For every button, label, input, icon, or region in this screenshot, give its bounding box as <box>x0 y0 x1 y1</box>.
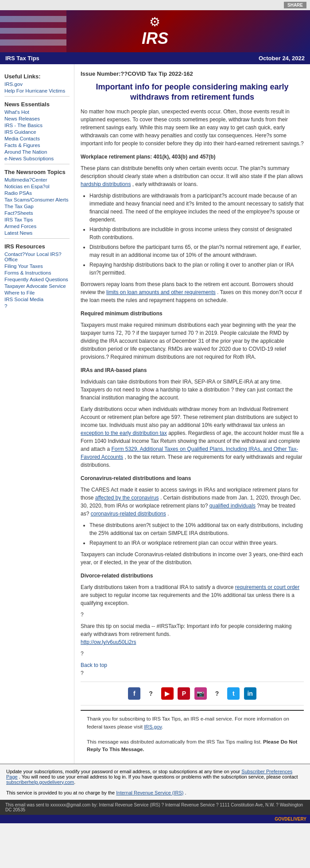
early-distribution-exception-link[interactable]: exception to the early distribution tax <box>81 430 167 436</box>
newsletter-title: IRS Tax Tips <box>5 55 39 62</box>
news-essentials-title: News Essentials <box>4 101 70 108</box>
irs-service-link[interactable]: Internal Revenue Service (IRS) <box>116 790 183 795</box>
section1-bullets: Hardship distributions are withdrawals f… <box>89 192 304 277</box>
section1-heading: Workplace retirement plans: 401(k), 403(… <box>81 153 304 161</box>
bullet-item: Hardship distributions are withdrawals f… <box>89 192 304 224</box>
sidebar-link-scams[interactable]: Tax Scams/Consumer Alerts <box>4 197 70 202</box>
bullet-item: Distributions before the participant tur… <box>89 243 304 259</box>
small-footer-text: This email was sent to xxxxxxx@gmail.com… <box>5 802 303 812</box>
sidebar-link-media-contacts[interactable]: Media Contacts <box>4 136 70 141</box>
footer-content: Thank you for subscribing to IRS Tax Tip… <box>81 710 304 758</box>
pinterest-icon[interactable]: P <box>178 687 190 700</box>
bullet-item: Hardship distributions are includible in… <box>89 225 304 241</box>
sidebar-link-filing-taxes[interactable]: Filing Your Taxes <box>4 264 70 269</box>
sidebar-link-latest-news[interactable]: Latest News <box>4 230 70 236</box>
sidebar-link-enews[interactable]: e-News Subscriptions <box>4 156 70 161</box>
hardship-distributions-link[interactable]: hardship distributions <box>81 181 131 187</box>
intro-paragraph: No matter how much people plan, unexpect… <box>81 108 304 147</box>
share-bar: SHARE <box>0 0 310 10</box>
affected-coronavirus-link[interactable]: affected by the coronavirus <box>95 495 159 501</box>
sidebar-link-social-media[interactable]: IRS Social Media <box>4 297 70 302</box>
section2-body: Taxpayers must make required minimum dis… <box>81 321 304 361</box>
sidebar-link-whatshot[interactable]: What's Hot <box>4 109 70 115</box>
irsgov-footer-link[interactable]: IRS.gov <box>144 724 162 729</box>
footer-line1: Thank you for subscribing to IRS Tax Tip… <box>87 715 298 731</box>
sidebar-link-irsgov[interactable]: IRS.gov <box>4 81 70 87</box>
sidebar-link-radio[interactable]: Radio PSAs <box>4 190 70 196</box>
question-mark1: ? <box>81 611 304 619</box>
sidebar-link-multimedia[interactable]: Multimedia?Center <box>4 177 70 182</box>
youtube-icon[interactable]: ▶ <box>161 687 174 700</box>
instagram-icon[interactable]: 📷 <box>194 687 207 700</box>
sidebar-link-newsreleases[interactable]: News Releases <box>4 116 70 121</box>
section5-heading: Coronavirus-related distributions and lo… <box>81 474 304 482</box>
question-mark3: ? <box>81 669 304 677</box>
facebook-icon[interactable]: f <box>128 687 140 700</box>
useful-links-title: Useful Links: <box>4 73 70 80</box>
sidebar-link-armed-forces[interactable]: Armed Forces <box>4 224 70 229</box>
section2-heading: Required minimum distributions <box>81 310 304 318</box>
title-bar: IRS Tax Tips October 24, 2022 <box>0 52 310 64</box>
question-icon: ? <box>145 687 157 700</box>
sidebar-link-misc[interactable]: ? <box>4 303 70 309</box>
flag-background <box>0 10 66 52</box>
sidebar-link-hurricane[interactable]: Help For Hurricane Victims <box>4 88 70 93</box>
sidebar-link-taxtips[interactable]: IRS Tax Tips <box>4 217 70 222</box>
issue-date: October 24, 2022 <box>259 55 305 62</box>
share-paragraph: Share this tip on social media -- #IRSTa… <box>81 622 304 646</box>
sidebar: Useful Links: IRS.gov Help For Hurricane… <box>0 64 74 763</box>
irs-title: IRS <box>142 29 168 48</box>
bullet-item: These distributions aren?t subject to th… <box>89 521 304 537</box>
resources-title: IRS Resources <box>4 243 70 250</box>
question-icon2: ? <box>211 687 223 700</box>
loan-limits-link[interactable]: limits on loan amounts and other require… <box>106 289 216 295</box>
main-layout: Useful Links: IRS.gov Help For Hurricane… <box>0 64 310 763</box>
divorce-requirements-link[interactable]: requirements or court order <box>235 584 299 590</box>
sidebar-link-taxpayer-advocate[interactable]: Taxpayer Advocate Service <box>4 283 70 289</box>
bullet-item: Repayment to an IRA or workplace retirem… <box>89 539 304 547</box>
small-footer: This email was sent to xxxxxxx@gmail.com… <box>0 800 310 815</box>
borrow-paragraph: Borrowers repay loans from these plans b… <box>81 280 304 304</box>
issue-number: Issue Number:??COVID Tax Tip 2022-162 <box>81 70 304 78</box>
section5-body: The CARES Act made it easier to access s… <box>81 486 304 518</box>
sidebar-link-taxgap[interactable]: The Tax Gap <box>4 204 70 209</box>
article-body: No matter how much people plan, unexpect… <box>81 108 304 677</box>
sidebar-link-facts-figures[interactable]: Facts & Figures <box>4 143 70 148</box>
bottom-section: Update your subscriptions, modify your p… <box>0 763 310 800</box>
sidebar-link-irs-guidance[interactable]: IRS Guidance <box>4 129 70 135</box>
footer-line2: This message was distributed automatical… <box>87 738 298 754</box>
irs-logo: ⚙ IRS <box>142 15 168 48</box>
sidebar-link-forms[interactable]: Forms & Instructions <box>4 270 70 275</box>
coronavirus-distributions-link[interactable]: coronavirus-related distributions <box>91 511 166 517</box>
linkedin-icon[interactable]: in <box>244 687 256 700</box>
share-button[interactable]: SHARE <box>284 2 306 8</box>
section3-heading: IRAs and IRA-based plans <box>81 366 304 374</box>
section1-body: These plans can distribute benefits only… <box>81 164 304 188</box>
sidebar-link-where-to-file[interactable]: Where to File <box>4 290 70 295</box>
main-content: Issue Number:??COVID Tax Tip 2022-162 Im… <box>74 64 310 763</box>
back-to-top: Back to top <box>81 661 304 669</box>
section3-body: Individuals can take distributions from … <box>81 378 304 402</box>
qualified-individuals-link[interactable]: qualified individuals <box>209 503 256 509</box>
social-bar: f ? ▶ P 📷 ? t in <box>81 682 304 705</box>
govdelivery-bar: GOVDELIVERY <box>0 815 310 823</box>
bottom-line1: Update your subscriptions, modify your p… <box>6 769 304 785</box>
bottom-line3: This service is provided to you at no ch… <box>6 790 304 795</box>
subscriberhelp-link[interactable]: subscriberhelp.govdelivery.com <box>6 779 74 785</box>
sidebar-link-factsheets[interactable]: Fact?Sheets <box>4 210 70 216</box>
sidebar-link-around-nation[interactable]: Around The Nation <box>4 149 70 155</box>
section4-body: Early distributions occur when individua… <box>81 405 304 469</box>
back-to-top-link[interactable]: Back to top <box>81 662 107 668</box>
question-mark2: ? <box>81 650 304 658</box>
sidebar-link-espanol[interactable]: Noticias en Espa?ol <box>4 184 70 189</box>
sidebar-link-local-irs[interactable]: Contact?Your Local IRS?Office <box>4 252 70 262</box>
section6-heading: Divorce-related distributions <box>81 572 304 580</box>
newsroom-title: The Newsroom Topics <box>4 169 70 175</box>
govdelivery-label: GOVDELIVERY <box>275 817 306 822</box>
twitter-icon[interactable]: t <box>227 687 240 700</box>
share-url-link[interactable]: http://ow.ly/v6uu50Li2rs <box>81 639 136 645</box>
sidebar-link-irs-basics[interactable]: IRS - The Basics <box>4 123 70 128</box>
section5-bullets: These distributions aren?t subject to th… <box>89 521 304 547</box>
sidebar-link-faq[interactable]: Frequently Asked Questions <box>4 277 70 282</box>
header: ⚙ IRS <box>0 10 310 52</box>
